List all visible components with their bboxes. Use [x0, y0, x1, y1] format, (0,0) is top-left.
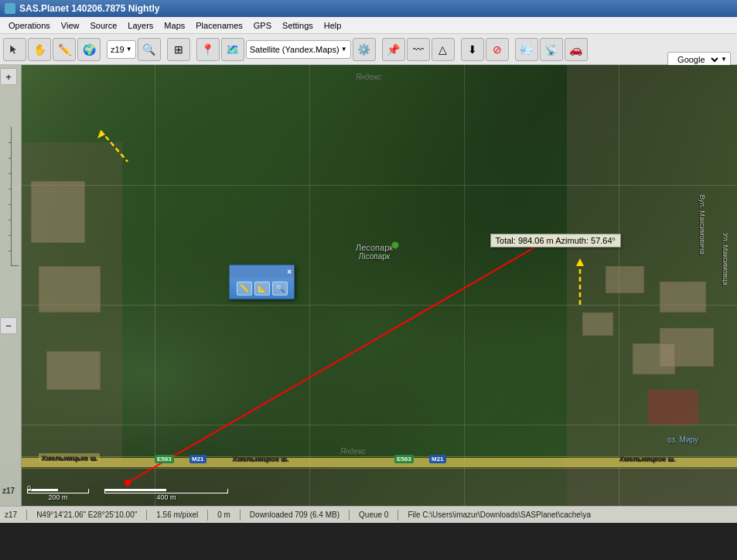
scale-label-400m: 400 m	[156, 493, 176, 501]
toolbar: ✋ ✏️ 🌍 z19 ▼ 🔍 ⊞ 📍 🗺️ Satellite (Yandex.…	[0, 34, 737, 65]
menu-operations[interactable]: Operations	[3, 19, 56, 32]
m21-sign-1: M21	[189, 455, 206, 463]
map-container[interactable]: + − z17 Total: 984.06 m A	[0, 65, 737, 506]
map-left-border: + − z17	[0, 65, 22, 506]
status-queue: Queue 0	[359, 510, 388, 519]
menu-gps[interactable]: GPS	[248, 19, 277, 32]
measure-result: Total: 984.06 m Azimuth: 57.64°	[496, 236, 616, 245]
scale-bar-400m: 400 m	[104, 489, 228, 501]
zoom-level-label: z19	[111, 45, 125, 54]
scale-start-marker: 0	[27, 484, 31, 492]
status-sep-6	[398, 510, 398, 521]
urban-area-right	[567, 65, 737, 506]
menu-maps[interactable]: Maps	[159, 19, 190, 32]
scale-bar-area: 200 m 400 m	[27, 489, 228, 501]
park-icon	[391, 241, 399, 249]
scale-bar-200m: 200 m	[27, 489, 89, 501]
status-distance: 0 m	[217, 510, 230, 519]
polygon-tool-button[interactable]: △	[432, 38, 455, 61]
measure-dialog-titlebar[interactable]: ×	[230, 265, 294, 278]
building-2	[606, 266, 644, 293]
globe-button[interactable]: 🌍	[77, 38, 101, 61]
google-dropdown[interactable]: Google	[671, 54, 721, 65]
building-left-2	[39, 266, 101, 312]
scale-label-200m: 200 m	[48, 493, 67, 501]
draw-tool-button[interactable]: ✏️	[53, 38, 76, 61]
hand-tool-button[interactable]: ✋	[28, 38, 51, 61]
status-coords: N49°14'21.06" E28°25'10.00"	[36, 510, 137, 519]
pin-tool-button[interactable]: 📌	[382, 38, 405, 61]
e583-sign-2: E583	[394, 455, 414, 463]
window-title: SAS.Planet 140206.7875 Nightly	[19, 3, 159, 14]
wind-button[interactable]: 💨	[515, 38, 538, 61]
config-button[interactable]: ⚙️	[353, 38, 376, 61]
measure-line-icon[interactable]: 📏	[237, 282, 252, 295]
app-icon	[5, 3, 15, 14]
search-button[interactable]: 🔍	[138, 38, 161, 61]
grid-h2	[22, 305, 737, 306]
grid-v2	[309, 65, 310, 506]
zoom-in-button[interactable]: +	[0, 68, 17, 85]
status-download: Downloaded 709 (6.4 MB)	[250, 510, 339, 519]
building-4	[633, 343, 675, 374]
measure-zoom-icon[interactable]: 🔍	[272, 282, 288, 295]
building-left-1	[31, 181, 85, 243]
grid-v3	[464, 65, 465, 506]
building-1	[660, 282, 706, 312]
status-path: File C:\Users\imazur\Downloads\SASPlanet…	[408, 510, 591, 519]
title-bar: SAS.Planet 140206.7875 Nightly	[0, 0, 737, 17]
map-zoom-display: z17	[2, 487, 15, 495]
main-road-outline	[22, 456, 737, 469]
menu-source[interactable]: Source	[84, 19, 122, 32]
menu-settings[interactable]: Settings	[277, 19, 319, 32]
street-label-vul-maxim: Вул. Максимовича	[698, 195, 706, 254]
street-label-ul-maxim: Ул. Максимовца	[722, 233, 729, 285]
status-bar: z17 N49°14'21.06" E28°25'10.00" 1.56 m/p…	[0, 506, 737, 523]
fit-window-button[interactable]: ⊞	[167, 38, 190, 61]
grid-h1	[22, 185, 737, 186]
gps-button[interactable]: 📡	[540, 38, 563, 61]
e583-sign-1: E583	[155, 455, 174, 463]
line-tool-button[interactable]: 〰	[407, 38, 430, 61]
map-source-button[interactable]: 🗺️	[221, 38, 244, 61]
yandex-watermark-1: Яндекс	[356, 73, 381, 81]
zoom-out-button[interactable]: −	[0, 317, 17, 334]
status-zoom: z17	[5, 510, 17, 519]
zoom-dropdown-arrow: ▼	[126, 46, 132, 53]
building-6	[648, 390, 698, 425]
menu-bar: Operations View Source Layers Maps Place…	[0, 17, 737, 34]
status-sep-2	[146, 510, 147, 521]
menu-view[interactable]: View	[56, 19, 85, 32]
dropdown-arrow-icon: ▼	[721, 56, 727, 63]
building-5	[582, 312, 613, 336]
satellite-source-dropdown[interactable]: Satellite (Yandex.Maps) ▼	[246, 40, 351, 59]
grid-v1	[155, 65, 155, 506]
measure-dialog-body: 📏 📐 🔍	[230, 278, 294, 299]
cursor-tool-button[interactable]	[3, 38, 26, 61]
cancel-button[interactable]: ⊘	[486, 38, 509, 61]
satellite-label: Satellite (Yandex.Maps)	[250, 45, 339, 54]
menu-help[interactable]: Help	[319, 19, 347, 32]
menu-placenames[interactable]: Placenames	[190, 19, 248, 32]
menu-layers[interactable]: Layers	[122, 19, 159, 32]
grid-h3	[22, 425, 737, 425]
yandex-watermark-2: Яндекс	[340, 447, 366, 456]
zoom-level-dropdown[interactable]: z19 ▼	[107, 40, 136, 59]
satellite-dropdown-arrow: ▼	[341, 46, 347, 53]
measure-area-icon[interactable]: 📐	[254, 282, 270, 295]
measure-tooltip: Total: 984.06 m Azimuth: 57.64°	[490, 234, 621, 248]
map-pin-button[interactable]: 📍	[196, 38, 220, 61]
status-sep-1	[26, 510, 27, 521]
track-button[interactable]: 🚗	[565, 38, 588, 61]
status-scale: 1.56 m/pixel	[156, 510, 198, 519]
measure-dialog[interactable]: × 📏 📐 🔍	[229, 265, 295, 299]
building-left-3	[46, 351, 101, 390]
status-sep-3	[207, 510, 208, 521]
download-button[interactable]: ⬇	[461, 38, 484, 61]
status-sep-4	[240, 510, 241, 521]
m21-sign-2: M21	[429, 455, 446, 463]
measure-dialog-close[interactable]: ×	[287, 268, 292, 276]
status-sep-5	[349, 510, 350, 521]
